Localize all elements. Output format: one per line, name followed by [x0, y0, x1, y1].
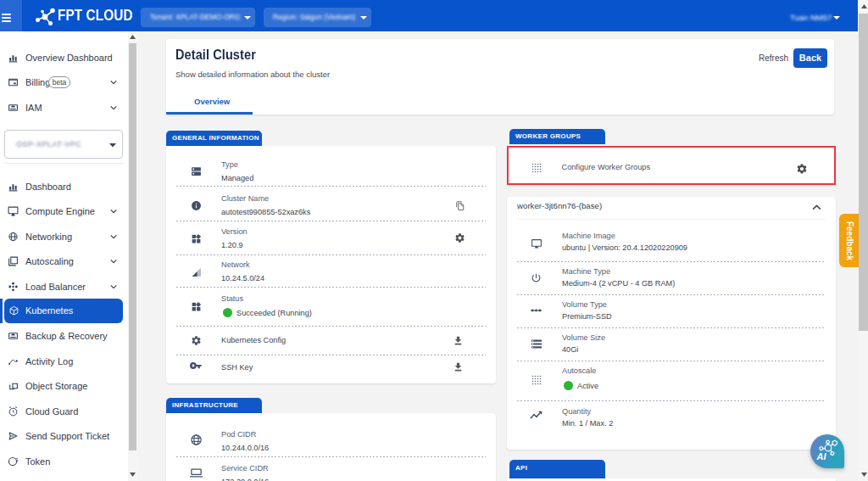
svg-text:AI: AI	[816, 451, 827, 461]
